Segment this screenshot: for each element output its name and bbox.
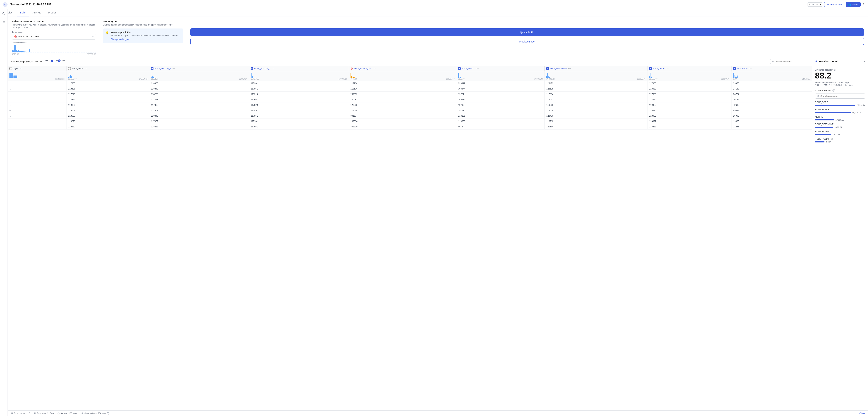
table-cell: 302830: [349, 124, 456, 130]
list-view-button[interactable]: [44, 59, 49, 64]
impact-items: ROLE_CODE 26,290.24 ROLE_FAMILY 18,702.1…: [815, 101, 865, 143]
page-title: New model 2021-11-16 6:27 PM: [10, 3, 805, 6]
status-label: Draft: [815, 3, 819, 6]
change-model-link[interactable]: Change model type: [111, 38, 129, 40]
table-cell: 117930: [149, 102, 249, 108]
impact-bar: [815, 112, 851, 113]
table-cell: 117961: [249, 97, 349, 102]
col-header-target: target Abc: [8, 66, 66, 71]
col-checkbox-role-rollup2[interactable]: [151, 67, 153, 70]
table-cell: 126822: [647, 119, 731, 124]
table-row: 1126820117969117961269034118638118910126…: [8, 119, 812, 124]
dist-bar: [20, 51, 21, 52]
col-header-role-rollup2: ROLE_ROLLUP_2 123: [149, 66, 249, 71]
accuracy-value: 88.2: [815, 71, 865, 80]
impact-item-name: ROLE_CODE: [815, 101, 865, 103]
table-cell: 118219: [249, 92, 349, 97]
table-cell: 117969: [149, 119, 249, 124]
close-preview-button[interactable]: ×: [863, 60, 865, 63]
table-cell: 42680: [731, 102, 812, 108]
impact-item: ROLE_ROLLUP_1 8,521.76: [815, 130, 865, 136]
impact-bar-row: 26,290.24: [815, 104, 865, 106]
table-cell: 240983: [349, 97, 456, 102]
model-type-panel: Model type Canvas detects and automatica…: [103, 20, 183, 54]
table-cell: 120584: [545, 124, 647, 130]
table-cell: 118220: [149, 92, 249, 97]
collapse-button[interactable]: ⌃: [807, 60, 809, 63]
tab-build[interactable]: Build: [17, 9, 29, 16]
build-panel: Select a column to predict Identify the …: [8, 16, 868, 57]
grid-view-button[interactable]: [50, 59, 54, 64]
table-cell: 117961: [249, 124, 349, 130]
table-cell: 118568: [66, 108, 149, 113]
search-icon-2: [817, 95, 819, 97]
sparkle-icon: [815, 60, 818, 63]
table-cell: 123125: [545, 86, 647, 92]
quick-build-button[interactable]: Quick build: [190, 28, 864, 36]
svg-text:i: i: [834, 90, 834, 92]
sidebar-refresh-icon[interactable]: [1, 11, 6, 16]
more-options-button[interactable]: ⋮: [862, 3, 865, 6]
dist-bar: [26, 51, 26, 52]
col-checkbox-role-title[interactable]: [68, 67, 71, 70]
table-row: 1117905118300117961117906290919123472117…: [8, 81, 812, 86]
tab-predict[interactable]: Predict: [45, 9, 60, 16]
preview-panel-title: Preview model: [815, 60, 862, 63]
impact-item-name: ROLE_FAMILY: [815, 108, 865, 111]
preview-header: Preview model ×: [812, 57, 868, 66]
table-cell: 126820: [66, 119, 149, 124]
table-cell: 118539: [647, 86, 731, 92]
col-impact-search[interactable]: [815, 94, 865, 99]
col-checkbox-role-rollup1[interactable]: [251, 67, 253, 70]
table-section: Amazon_employee_access.csv 2: [8, 57, 812, 414]
col-checkbox-role-family[interactable]: [458, 67, 461, 70]
sort-button[interactable]: [62, 59, 66, 64]
table-cell: 1: [8, 102, 66, 108]
chevron-icon: ▾: [92, 35, 94, 38]
chart-cell-family-desc: 4673.00296507.30: [349, 71, 456, 81]
chart-cell-deptname: 107851.24128898.98: [545, 71, 647, 81]
accuracy-desc: The model predicts the correct target (R…: [815, 81, 865, 86]
dist-range: 4673.00 296507.30: [12, 53, 96, 55]
svg-rect-2: [3, 21, 5, 22]
dist-bar: [29, 49, 30, 52]
share-button[interactable]: 👥 Share: [846, 2, 861, 7]
table-cell: 308574: [456, 86, 545, 92]
col-checkbox-resource[interactable]: [733, 67, 736, 70]
version-badge[interactable]: V1 Draft ▾: [807, 2, 823, 7]
impact-value: 8,521.76: [833, 134, 840, 136]
add-version-button[interactable]: ⊕ Add version: [824, 2, 844, 7]
dist-bar: [21, 51, 22, 52]
col-header-role-deptname: ROLE_DEPTNAME 123: [545, 66, 647, 71]
close-bottom-button[interactable]: Close: [860, 412, 865, 415]
target-column-select[interactable]: 🎯 ROLE_FAMILY_DESC ▾: [12, 34, 96, 39]
columns-icon: [10, 412, 13, 415]
search-columns-input[interactable]: [770, 59, 805, 64]
filter-wrapper: 2: [55, 59, 61, 64]
search-columns-field[interactable]: [775, 60, 803, 63]
target-column-value: ROLE_FAMILY_DESC: [19, 35, 91, 38]
table-row: 1118980118343117961301534118295123476118…: [8, 113, 812, 119]
col-header-resource: RESOURCE 123: [731, 66, 812, 71]
col-checkbox-target[interactable]: [9, 67, 12, 70]
table-cell: 25993: [731, 113, 812, 119]
table-cell: 1: [8, 81, 66, 86]
table-wrapper[interactable]: target Abc ROLE_TITLE 123: [8, 66, 812, 414]
toolbar-icons: 2: [44, 59, 66, 64]
model-type-icon: 💡: [105, 31, 109, 35]
col-checkbox-role-deptname[interactable]: [546, 67, 549, 70]
col-impact-search-input[interactable]: [820, 95, 863, 97]
preview-model-button[interactable]: Preview model: [190, 38, 864, 45]
impact-bar-row: 18,702.19: [815, 111, 865, 114]
table-cell: 118343: [149, 113, 249, 119]
dist-bar: [12, 49, 12, 52]
impact-item: ROLE_FAMILY 18,702.19: [815, 108, 865, 114]
action-panel: Quick build Preview model: [190, 20, 864, 54]
sidebar-list-icon[interactable]: [1, 20, 6, 25]
tab-analyze[interactable]: Analyze: [29, 9, 45, 16]
table-cell: 123476: [545, 113, 647, 119]
target-column-panel: Select a column to predict Identify the …: [12, 20, 96, 54]
table-cell: 128231: [647, 124, 731, 130]
table-cell: 119569: [545, 102, 647, 108]
col-checkbox-role-code[interactable]: [649, 67, 652, 70]
